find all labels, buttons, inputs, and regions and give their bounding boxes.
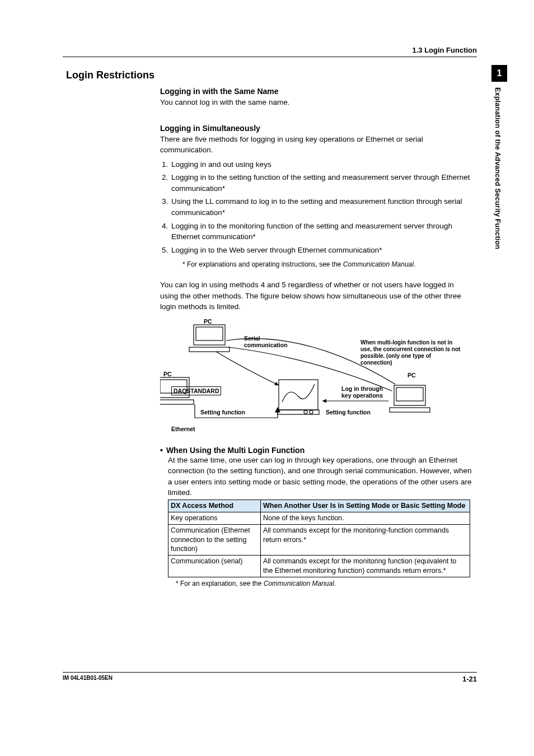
text-multi-login: At the same time, one user can log in th…: [168, 455, 474, 498]
svg-rect-9: [279, 380, 318, 410]
svg-point-12: [310, 410, 313, 414]
diagram-setting-left: Setting function: [200, 409, 245, 416]
table-row: Key operationsNone of the keys function.: [168, 512, 470, 524]
diagram-setting-right: Setting function: [326, 409, 371, 416]
list-item: Using the LL command to log in to the se…: [170, 196, 474, 218]
login-topology-diagram: PC Serial communication When multi-login…: [160, 318, 474, 436]
footer-page-number: 1-21: [462, 675, 477, 683]
svg-rect-6: [394, 385, 425, 405]
chapter-label: Explanation of the Advanced Security Fun…: [491, 87, 502, 249]
diagram-pc-left: PC: [163, 371, 172, 377]
access-limits-table: DX Access Method When Another User Is in…: [168, 500, 470, 577]
subhead-multi-login: •When Using the Multi Login Function: [160, 446, 474, 455]
text-sim-intro: There are five methods for logging in us…: [160, 134, 474, 156]
diagram-pc-top: PC: [204, 318, 212, 325]
diagram-serial: Serial communication: [244, 335, 288, 348]
footer-doc-id: IM 04L41B01-05EN: [63, 675, 113, 681]
list-item: Logging in and out using keys: [170, 159, 474, 170]
diagram-warning: When multi-login function is not in use,…: [360, 339, 461, 366]
footnote-methods: * For explanations and operating instruc…: [182, 260, 474, 269]
page-title: Login Restrictions: [66, 69, 477, 81]
table-row: Communication (serial)All commands excep…: [168, 556, 470, 577]
list-item: Logging in to the Web server through Eth…: [170, 245, 474, 256]
table-header: When Another User Is in Setting Mode or …: [261, 500, 470, 512]
footer: IM 04L41B01-05EN 1-21: [63, 672, 477, 683]
svg-rect-2: [189, 347, 229, 352]
svg-rect-5: [160, 400, 194, 404]
text-sim-after: You can log in using methods 4 and 5 reg…: [160, 279, 474, 312]
diagram-keyops: Log in through key operations: [341, 385, 383, 399]
chapter-number-badge: 1: [491, 65, 507, 82]
diagram-ethernet: Ethernet: [171, 426, 195, 432]
methods-list: Logging in and out using keys Logging in…: [170, 159, 474, 256]
diagram-daq: DAQSTANDARD: [171, 386, 221, 395]
subhead-simultaneous: Logging in Simultaneously: [160, 124, 474, 133]
page-body: 1.3 Login Function Login Restrictions Lo…: [63, 46, 477, 587]
svg-rect-8: [390, 408, 430, 412]
breadcrumb: 1.3 Login Function: [63, 46, 477, 57]
table-header: DX Access Method: [168, 500, 261, 512]
list-item: Logging in to the setting function of th…: [170, 172, 474, 194]
svg-rect-7: [396, 388, 423, 401]
svg-rect-0: [194, 325, 225, 345]
diagram-pc-right: PC: [407, 372, 416, 379]
table-row: Communication (Ethernet connection to th…: [168, 524, 470, 556]
subhead-same-name: Logging in with the Same Name: [160, 87, 474, 96]
text-same-name: You cannot log in with the same name.: [160, 97, 474, 108]
side-tab: 1 Explanation of the Advanced Security F…: [491, 65, 507, 278]
svg-point-11: [304, 410, 307, 414]
list-item: Logging in to the monitoring function of…: [170, 221, 474, 242]
svg-rect-1: [196, 327, 223, 340]
footnote-table: * For an explanation, see the Communicat…: [176, 580, 474, 587]
